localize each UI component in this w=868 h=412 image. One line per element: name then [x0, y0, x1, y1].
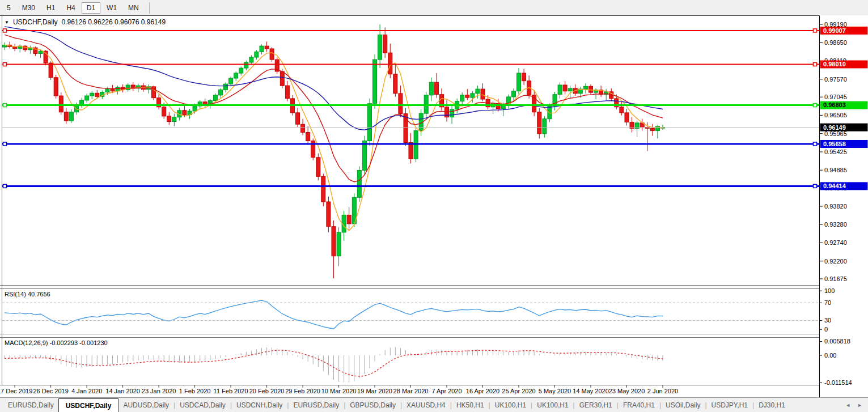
candle-body	[49, 63, 53, 78]
hline-handle[interactable]	[814, 184, 817, 188]
date-tick-label: 23 May 2020	[609, 388, 645, 394]
date-tick-label: 14 Jan 2020	[105, 388, 140, 394]
macd-indicator-label: MACD(12,26,9) -0.002293 -0.001230	[5, 339, 108, 346]
date-tick-label: 16 Apr 2020	[466, 388, 499, 394]
chart-tab-fra40-h1[interactable]: FRA40,H1	[619, 398, 659, 412]
chart-window[interactable]: 0.991900.986500.981100.975700.970450.965…	[0, 15, 868, 397]
candle-body	[152, 87, 156, 98]
candle-body	[64, 112, 68, 121]
candle-body	[327, 202, 331, 227]
candle-body	[105, 89, 109, 92]
candle-body	[650, 128, 654, 130]
candle-body	[362, 141, 366, 171]
chart-tab-uk100-h1[interactable]: UK100,H1	[532, 398, 573, 412]
price-tick-label: 0.92740	[824, 239, 847, 246]
timeframe-button-w1[interactable]: W1	[101, 2, 122, 14]
price-tick-label: 0.96505	[824, 112, 847, 118]
candle-body	[357, 171, 361, 198]
chart-tab-usdjpy-h1[interactable]: USDJPY,H1	[707, 398, 752, 412]
hline-handle[interactable]	[3, 63, 7, 66]
candle-body	[583, 86, 587, 89]
candle-body	[558, 85, 562, 95]
hline-handle[interactable]	[3, 142, 7, 146]
candle-body	[85, 96, 89, 100]
tab-scroll-arrows: ◄►	[845, 398, 868, 412]
bid-price-badge-label: 0.96149	[823, 124, 846, 131]
tab-scroll-right-icon[interactable]: ►	[857, 402, 862, 408]
timeframe-button-5[interactable]: 5	[2, 2, 16, 14]
chart-title: ▼ USDCHF,Daily 0.96126 0.96226 0.96076 0…	[5, 18, 166, 26]
candle-body	[244, 62, 248, 68]
timeframe-button-d1[interactable]: D1	[82, 2, 100, 14]
rsi-axis-label: 30	[824, 317, 831, 324]
candle-body	[399, 94, 403, 114]
candle-body	[296, 113, 300, 124]
candle-body	[23, 46, 27, 50]
chart-tab-audusd-daily[interactable]: AUDUSD,Daily	[118, 398, 173, 412]
price-tick-label: 0.91675	[824, 275, 847, 282]
candle-body	[193, 106, 197, 111]
chart-tab-uk100-h1[interactable]: UK100,H1	[490, 398, 531, 412]
timeframe-button-h1[interactable]: H1	[41, 2, 60, 14]
candle-body	[337, 232, 341, 256]
price-badge-0.94414-label: 0.94414	[823, 182, 846, 189]
candle-body	[548, 106, 552, 119]
chart-tabbar: EURUSD,DailyUSDCHF,DailyAUDUSD,Daily|USD…	[0, 397, 868, 412]
hline-handle[interactable]	[3, 29, 7, 32]
timeframe-button-m30[interactable]: M30	[17, 2, 40, 14]
macd-axis-label: 0.005818	[824, 338, 850, 345]
chart-tab-usdcnh-daily[interactable]: USDCNH,Daily	[232, 398, 287, 412]
candle-body	[517, 73, 521, 91]
candle-body	[347, 215, 351, 224]
price-tick-label: 0.93280	[824, 221, 847, 228]
hline-handle[interactable]	[3, 184, 7, 188]
tab-scroll-left-icon[interactable]: ◄	[845, 402, 850, 408]
chart-tab-ger30-h1[interactable]: GER30,H1	[575, 398, 617, 412]
candle-body	[471, 94, 475, 97]
candle-body	[69, 112, 73, 121]
price-tick-label: 0.95425	[824, 148, 847, 155]
date-tick-label: 5 May 2020	[539, 388, 571, 394]
hline-handle[interactable]	[3, 104, 7, 107]
candle-body	[239, 68, 243, 73]
chart-tab-usoil-daily[interactable]: USOil,Daily	[661, 398, 705, 412]
rsi-indicator-label: RSI(14) 40.7656	[5, 291, 50, 298]
chart-background	[0, 15, 819, 397]
candle-body	[316, 158, 320, 177]
chart-tab-usdcad-daily[interactable]: USDCAD,Daily	[175, 398, 230, 412]
candle-body	[213, 95, 217, 101]
timeframe-button-mn[interactable]: MN	[123, 2, 144, 14]
candle-body	[234, 73, 238, 78]
date-tick-label: 29 Feb 2020	[285, 388, 320, 394]
chart-tab-eurusd-daily[interactable]: EURUSD,Daily	[3, 398, 58, 412]
macd-axis-label: -0.011514	[824, 379, 852, 386]
candle-body	[172, 117, 176, 122]
chart-tab-hk50-h1[interactable]: HK50,H1	[452, 398, 489, 412]
price-tick-label: 0.92200	[824, 258, 847, 265]
chart-symbol-label: USDCHF,Daily	[13, 18, 58, 26]
price-tick-label: 0.93820	[824, 203, 847, 210]
hline-handle[interactable]	[814, 63, 817, 66]
candle-body	[625, 113, 629, 122]
symbol-dropdown-icon[interactable]: ▼	[5, 20, 9, 25]
hline-handle[interactable]	[814, 104, 817, 107]
chart-tab-usdchf-daily[interactable]: USDCHF,Daily	[58, 398, 119, 412]
candle-body	[476, 89, 480, 94]
timeframe-toolbar: 5M30H1H4D1W1MN	[0, 0, 868, 15]
date-tick-label: 25 Apr 2020	[502, 388, 535, 394]
candle-body	[162, 107, 166, 116]
candle-body	[481, 89, 485, 99]
date-tick-label: 17 Dec 2019	[0, 388, 32, 394]
hline-handle[interactable]	[814, 142, 817, 146]
candle-body	[321, 176, 325, 202]
hline-handle[interactable]	[814, 29, 817, 32]
chart-tab-xauusd-h4[interactable]: XAUUSD,H4	[402, 398, 450, 412]
price-badge-0.95658-label: 0.95658	[823, 141, 846, 147]
chart-tab-dj30-h1[interactable]: DJ30,H1	[754, 398, 790, 412]
timeframe-button-h4[interactable]: H4	[61, 2, 80, 14]
candle-body	[285, 86, 289, 99]
candle-body	[388, 53, 392, 74]
price-chart[interactable]: 0.991900.986500.981100.975700.970450.965…	[0, 15, 868, 397]
chart-tab-gbpusd-daily[interactable]: GBPUSD,Daily	[345, 398, 400, 412]
chart-tab-eurusd-daily[interactable]: EURUSD,Daily	[289, 398, 344, 412]
